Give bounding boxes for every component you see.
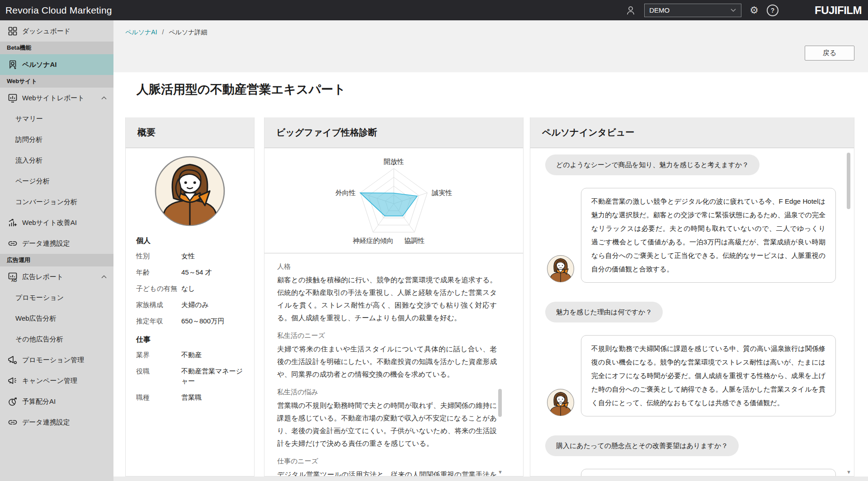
sidebar-item-data-link-settings-ads[interactable]: データ連携設定 [0,412,113,433]
sidebar-item-budget-allocation-ai[interactable]: 予算配分AI [0,391,113,412]
sidebar-item-website-report[interactable]: Webサイトレポート [0,88,113,108]
link-icon [7,238,18,249]
sidebar-item-data-link-settings-web[interactable]: データ連携設定 [0,233,113,254]
interview-answer: 不規則な勤務で夫婦関係に課題を感じている中、質の高い温泉旅行は関係修復の良い機会… [547,335,836,416]
bigfive-radar-chart: 開放性誠実性協調性神経症的傾向外向性 [264,148,523,253]
breadcrumb: ペルソナAI / ペルソナ詳細 [125,28,208,37]
sidebar-item-website-improve-ai[interactable]: Webサイト改善AI [0,212,113,233]
overview-row-industry: 業界 不動産 [136,350,244,360]
interview-question: 購入にあたっての懸念点とその改善要望はありますか？ [545,435,739,456]
sidebar-subitem-page-analysis[interactable]: ページ分析 [0,171,113,191]
overview-card-title: 概要 [126,117,254,148]
answer-bubble: 不動産市場の変動で収入が不安定なため、高額な宿泊費は時期を選ぶ必要がある。子供が… [581,469,836,476]
sidebar-item-campaign-management[interactable]: キャンペーン管理 [0,370,113,391]
svg-text:誠実性: 誠実性 [431,189,452,196]
persona-avatar-small [547,255,575,283]
chevron-up-icon[interactable] [100,94,108,102]
answer-bubble: 不動産営業の激しい競争とデジタル化の波に疲れている今、F Edge Hotelは… [581,188,836,283]
overview-row-children: 子どもの有無 なし [136,284,244,294]
personal-section-heading: 個人 [136,236,254,246]
campaign-management-icon [7,375,18,386]
budget-allocation-icon [7,396,18,407]
svg-text:協調性: 協調性 [404,237,425,244]
persona-avatar-small [547,388,575,416]
breadcrumb-link-persona-ai[interactable]: ペルソナAI [125,28,157,36]
account-selector-value: DEMO [649,6,670,14]
dashboard-icon [7,26,18,37]
fujifilm-logo: FUJIFILM [815,4,862,17]
app-title: Revoria Cloud Marketing [5,5,112,16]
breadcrumb-separator: / [162,28,164,36]
interview-card: ペルソナインタビュー どのようなシーンで商品を知り、魅力を感じると考えますか？ … [530,117,854,476]
breadcrumb-current: ペルソナ詳細 [169,28,207,36]
sidebar-subitem-promotion[interactable]: プロモーション [0,287,113,308]
page-title: 人脈活用型の不動産営業エキスパート [137,81,854,98]
overview-row-position: 役職 不動産営業マネージャー [136,366,244,386]
svg-text:開放性: 開放性 [384,158,404,165]
bigfive-scrollbar-thumb[interactable] [498,389,502,417]
sidebar-item-label: データ連携設定 [22,418,70,427]
sidebar-item-label: Webサイト改善AI [22,219,77,227]
chevron-up-icon[interactable] [100,273,108,280]
work-section-heading: 仕事 [136,335,254,345]
sidebar-item-promotion-management[interactable]: プロモーション管理 [0,350,113,370]
interview-question: 魅力を感じた理由は何ですか？ [545,302,663,322]
sidebar-subitem-conversion-analysis[interactable]: コンバージョン分析 [0,191,113,212]
overview-row-job-type: 職種 営業職 [136,392,244,402]
help-icon[interactable]: ? [767,5,778,16]
sidebar-item-persona-ai[interactable]: ペルソナAI [0,54,113,75]
back-button[interactable]: 戻る [805,46,854,61]
bigfive-section-heading: 仕事のニーズ [277,457,497,466]
sidebar-item-label: キャンペーン管理 [22,377,77,385]
sidebar-item-label: ペルソナAI [22,61,57,69]
bigfive-section-body: デジタル営業ツールの活用方法と、従来の人間関係重視の営業手法を組み合わせた新しい… [277,468,497,476]
sidebar-item-dashboard[interactable]: ダッシュボード [0,21,113,42]
user-icon[interactable] [625,5,636,16]
sidebar-section-website: Webサイト [0,75,113,88]
interview-scroll-down-icon[interactable]: ▼ [846,470,851,475]
sidebar-item-label: データ連携設定 [22,239,70,248]
sidebar-item-ad-report[interactable]: AD 広告レポート [0,266,113,287]
link-icon [7,417,18,428]
bottom-strip [113,476,868,481]
interview-answer: 不動産市場の変動で収入が不安定なため、高額な宿泊費は時期を選ぶ必要がある。子供が… [547,469,836,476]
overview-row-age: 年齢 45～54 才 [136,267,244,277]
sidebar-subitem-inflow-analysis[interactable]: 流入分析 [0,150,113,171]
sidebar-item-label: 予算配分AI [22,397,56,406]
answer-bubble: 不規則な勤務で夫婦関係に課題を感じている中、質の高い温泉旅行は関係修復の良い機会… [581,335,836,416]
ad-report-icon: AD [7,271,18,282]
improve-ai-icon [7,217,18,228]
promotion-management-icon [7,355,18,365]
account-selector[interactable]: DEMO [644,4,741,17]
bigfive-section-body: 夫婦で将来の住まいや生活スタイルについて具体的に話し合い、老後の生活設計を明確に… [277,343,497,381]
bigfive-scroll-down-icon[interactable]: ▼ [498,470,503,475]
sidebar-item-label: ダッシュボード [22,27,71,36]
report-icon [7,93,18,103]
sidebar-subitem-visit-analysis[interactable]: 訪問分析 [0,129,113,150]
settings-gear-icon[interactable]: ⚙ [750,5,759,15]
bigfive-section-body: 営業職の不規則な勤務時間で夫との時間が取れず、夫婦関係の維持に課題を感じている。… [277,399,497,450]
interview-card-title: ペルソナインタビュー [530,117,854,148]
overview-row-gender: 性別 女性 [136,251,244,261]
app-header: Revoria Cloud Marketing DEMO ⚙ ? FUJIFIL… [0,0,868,20]
overview-card: 概要 個人 性別 女性 年齢 45～54 才 子どもの有無 [125,117,255,476]
bigfive-section-heading: 私生活の悩み [277,388,497,397]
bigfive-section-body: 顧客との接触を積極的に行い、競争的な営業環境で成果を追求する。伝統的な不動産取引… [277,274,497,324]
sidebar-item-label: Webサイトレポート [22,94,85,103]
bigfive-section-heading: 人格 [277,262,497,271]
sidebar-subitem-web-ad-analysis[interactable]: Web広告分析 [0,308,113,329]
sidebar-subitem-other-ad-analysis[interactable]: その他広告分析 [0,329,113,350]
svg-text:外向性: 外向性 [335,189,356,196]
interview-answer: 不動産営業の激しい競争とデジタル化の波に疲れている今、F Edge Hotelは… [547,188,836,283]
interview-scrollbar-thumb[interactable] [847,153,850,209]
bigfive-card-title: ビッグファイブ性格診断 [264,117,523,148]
persona-avatar [126,155,254,227]
overview-row-family: 家族構成 夫婦のみ [136,300,244,310]
page-content: 人脈活用型の不動産営業エキスパート 概要 個人 性別 女性 年齢 45～54 [113,72,868,476]
bigfive-card: ビッグファイブ性格診断 開放性誠実性協調性神経症的傾向外向性 人格 顧客との接触… [264,117,524,476]
sidebar-subitem-summary[interactable]: サマリー [0,108,113,129]
sidebar: ダッシュボード Beta機能 ペルソナAI Webサイト [0,20,113,481]
chevron-down-icon [730,7,736,14]
persona-ai-icon [7,59,18,70]
sidebar-item-label: プロモーション管理 [22,356,84,364]
